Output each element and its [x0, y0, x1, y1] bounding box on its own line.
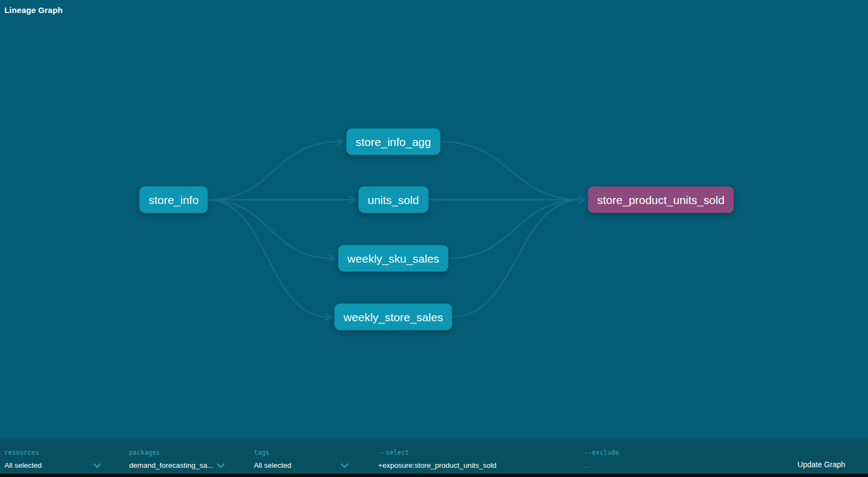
page-title: Lineage Graph — [4, 5, 63, 15]
bottom-strip — [0, 474, 868, 477]
edge-store_info-to-weekly_sku_sales — [208, 200, 332, 258]
lineage-edges — [0, 0, 868, 441]
filter-dropdown[interactable]: All selected — [4, 461, 100, 469]
update-graph-button[interactable]: Update Graph — [797, 460, 845, 469]
filter-selected-value: +exposure:store_product_units_sold — [378, 461, 496, 469]
edge-store_info_agg-to-store_product_units_sold — [441, 142, 582, 200]
filter-select-column: --select+exposure:store_product_units_so… — [378, 441, 584, 474]
filter-resources-column: resourcesAll selected — [4, 441, 100, 474]
filter-selected-value: All selected — [4, 461, 42, 469]
node-store_info_agg[interactable]: store_info_agg — [347, 129, 441, 155]
filter-selected-value: All selected — [254, 461, 291, 469]
edge-store_info-to-store_info_agg — [208, 142, 340, 200]
filter-value[interactable]: ... — [584, 461, 704, 469]
filter-label: resources — [4, 449, 100, 456]
filter-selected-value: ... — [584, 461, 590, 469]
filter-label: tags — [254, 449, 347, 456]
filter-label: --exclude — [584, 449, 704, 456]
filter-tags-column: tagsAll selected — [254, 441, 347, 474]
edge-weekly_sku_sales-to-store_product_units_sold — [449, 200, 582, 258]
chevron-down-icon — [341, 460, 348, 468]
filter-label: packages — [129, 449, 224, 456]
filter-exclude-column: --exclude... — [584, 441, 704, 474]
filter-toolbar: resourcesAll selectedpackagesdemand_fore… — [0, 441, 868, 474]
edge-store_info-to-weekly_store_sales — [208, 200, 328, 317]
node-weekly_sku_sales[interactable]: weekly_sku_sales — [338, 245, 448, 272]
node-store_product_units_sold[interactable]: store_product_units_sold — [588, 187, 734, 213]
chevron-down-icon — [93, 460, 101, 468]
node-weekly_store_sales[interactable]: weekly_store_sales — [334, 304, 452, 330]
chevron-down-icon — [217, 460, 225, 468]
filter-label: --select — [378, 449, 584, 456]
node-units_sold[interactable]: units_sold — [359, 187, 429, 213]
filter-packages-column: packagesdemand_forecasting_sa... — [129, 441, 224, 474]
lineage-canvas[interactable]: store_infostore_info_aggunits_soldweekly… — [0, 0, 868, 441]
edge-weekly_store_sales-to-store_product_units_sold — [452, 200, 582, 317]
filter-selected-value: demand_forecasting_sa... — [129, 461, 213, 469]
filter-dropdown[interactable]: All selected — [254, 461, 347, 469]
filter-value[interactable]: +exposure:store_product_units_sold — [378, 461, 584, 469]
filter-dropdown[interactable]: demand_forecasting_sa... — [129, 461, 224, 469]
node-store_info[interactable]: store_info — [139, 187, 208, 213]
